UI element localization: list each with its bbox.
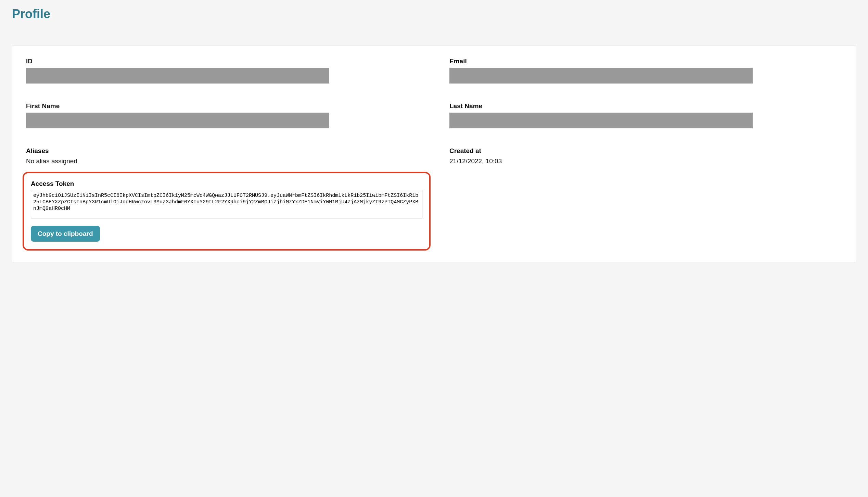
created-at-value: 21/12/2022, 10:03 [449,157,828,165]
email-label: Email [449,58,828,65]
copy-to-clipboard-button[interactable]: Copy to clipboard [31,226,100,242]
last-name-label: Last Name [449,102,828,110]
email-value [449,68,753,84]
field-email: Email [425,58,842,84]
field-id: ID [26,58,425,84]
aliases-value: No alias assigned [26,157,405,165]
first-name-value [26,113,329,128]
profile-card: ID Email First Name Last Name Aliases No… [12,45,856,263]
access-token-textarea[interactable] [31,191,422,218]
access-token-section: Access Token Copy to clipboard [23,172,431,251]
field-aliases: Aliases No alias assigned [26,147,425,165]
aliases-label: Aliases [26,147,405,155]
last-name-value [449,113,753,128]
access-token-label: Access Token [31,180,422,188]
id-value [26,68,329,84]
page-title: Profile [12,7,856,21]
id-label: ID [26,58,405,65]
created-at-label: Created at [449,147,828,155]
first-name-label: First Name [26,102,405,110]
field-last-name: Last Name [425,102,842,128]
field-created-at: Created at 21/12/2022, 10:03 [425,147,842,165]
field-first-name: First Name [26,102,425,128]
